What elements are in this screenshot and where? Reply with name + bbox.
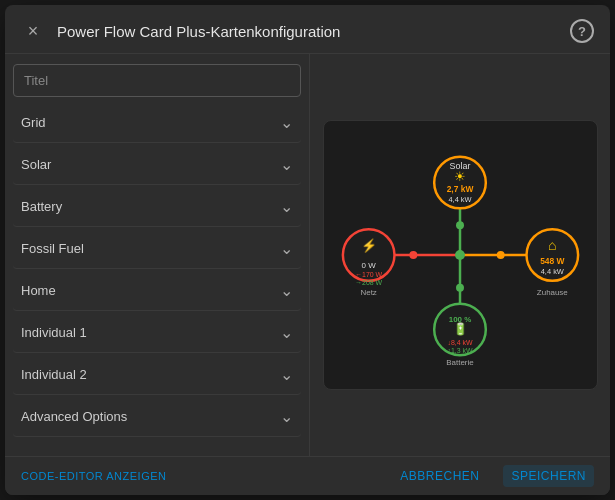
svg-text:→208 W: →208 W [355,279,382,286]
svg-text:←170 W: ←170 W [355,271,382,278]
help-button[interactable]: ? [570,19,594,43]
title-input[interactable] [13,64,301,97]
svg-text:⚡: ⚡ [360,238,377,254]
chevron-down-icon: ⌄ [280,113,293,132]
dialog-title: Power Flow Card Plus-Kartenkonfiguration [57,23,340,40]
svg-text:0 W: 0 W [361,261,376,270]
section-battery-label: Battery [21,199,62,214]
code-editor-button[interactable]: CODE-EDITOR ANZEIGEN [21,470,166,482]
svg-text:🔋: 🔋 [452,321,467,336]
cancel-button[interactable]: ABBRECHEN [392,465,487,487]
chevron-down-icon: ⌄ [280,197,293,216]
save-button[interactable]: SPEICHERN [503,465,594,487]
power-flow-card: Solar ☀ 2,7 kW 4,4 kW ⚡ 0 W ←170 W →208 … [323,120,598,390]
section-home-label: Home [21,283,56,298]
svg-text:⌂: ⌂ [548,237,556,253]
section-solar-label: Solar [21,157,51,172]
dialog-footer: CODE-EDITOR ANZEIGEN ABBRECHEN SPEICHERN [5,456,610,495]
svg-point-4 [456,221,464,229]
section-grid-label: Grid [21,115,46,130]
power-flow-svg: Solar ☀ 2,7 kW 4,4 kW ⚡ 0 W ←170 W →208 … [324,121,597,389]
svg-point-6 [409,251,417,259]
right-panel: Solar ☀ 2,7 kW 4,4 kW ⚡ 0 W ←170 W →208 … [310,54,610,456]
svg-text:2,7 kW: 2,7 kW [446,184,473,194]
dialog: × Power Flow Card Plus-Kartenkonfigurati… [5,5,610,495]
dialog-body: Grid ⌄ Solar ⌄ Battery ⌄ Fossil Fuel ⌄ H… [5,54,610,456]
section-battery[interactable]: Battery ⌄ [13,187,301,227]
close-button[interactable]: × [21,19,45,43]
svg-text:↑1,3 kW: ↑1,3 kW [447,347,473,354]
svg-text:548 W: 548 W [540,256,564,266]
header-left: × Power Flow Card Plus-Kartenkonfigurati… [21,19,340,43]
chevron-down-icon: ⌄ [280,365,293,384]
chevron-down-icon: ⌄ [280,155,293,174]
svg-text:4,4 kW: 4,4 kW [540,267,563,276]
svg-point-5 [496,251,504,259]
svg-text:Netz: Netz [360,288,376,297]
section-grid[interactable]: Grid ⌄ [13,103,301,143]
section-advanced-options-label: Advanced Options [21,409,127,424]
svg-text:Batterie: Batterie [446,358,474,367]
left-panel: Grid ⌄ Solar ⌄ Battery ⌄ Fossil Fuel ⌄ H… [5,54,310,456]
section-advanced-options[interactable]: Advanced Options ⌄ [13,397,301,437]
svg-text:↓8,4 kW: ↓8,4 kW [447,339,473,346]
svg-text:4,4 kW: 4,4 kW [448,195,471,204]
chevron-down-icon: ⌄ [280,281,293,300]
section-home[interactable]: Home ⌄ [13,271,301,311]
section-individual1-label: Individual 1 [21,325,87,340]
section-fossil-fuel[interactable]: Fossil Fuel ⌄ [13,229,301,269]
section-individual2[interactable]: Individual 2 ⌄ [13,355,301,395]
footer-right-buttons: ABBRECHEN SPEICHERN [392,465,594,487]
dialog-header: × Power Flow Card Plus-Kartenkonfigurati… [5,5,610,54]
section-individual1[interactable]: Individual 1 ⌄ [13,313,301,353]
svg-text:☀: ☀ [454,169,466,184]
chevron-down-icon: ⌄ [280,407,293,426]
section-individual2-label: Individual 2 [21,367,87,382]
svg-point-7 [456,284,464,292]
chevron-down-icon: ⌄ [280,323,293,342]
section-solar[interactable]: Solar ⌄ [13,145,301,185]
section-fossil-fuel-label: Fossil Fuel [21,241,84,256]
chevron-down-icon: ⌄ [280,239,293,258]
svg-text:Zuhause: Zuhause [536,288,567,297]
svg-point-8 [455,250,465,260]
